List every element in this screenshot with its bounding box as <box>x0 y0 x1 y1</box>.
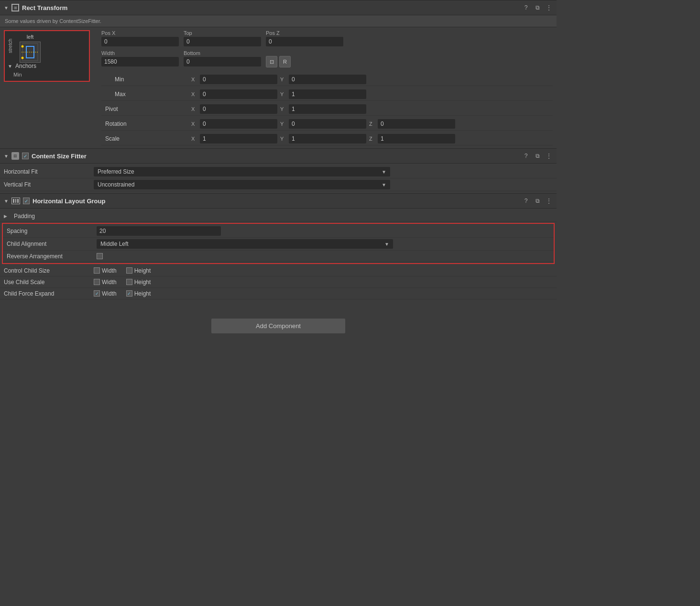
reverse-arrangement-checkbox[interactable] <box>97 253 103 259</box>
posz-label: Pos Z <box>266 30 343 36</box>
pivot-x-input[interactable] <box>200 104 277 114</box>
scale-x-input[interactable] <box>200 134 277 143</box>
rect-transform-help-icon[interactable]: ? <box>522 4 530 11</box>
hlg-title: Horizontal Layout Group <box>33 198 519 205</box>
hlg-enabled-checkbox[interactable] <box>23 198 30 204</box>
posx-label: Pos X <box>101 30 179 36</box>
horizontal-fit-row: Horizontal Fit Preferred Size ▼ <box>0 165 557 178</box>
csf-enabled-checkbox[interactable] <box>22 153 29 159</box>
hlg-help-icon[interactable]: ? <box>522 197 530 205</box>
child-alignment-row: Child Alignment Middle Left ▼ <box>3 238 554 251</box>
anchors-min-prop-row: Min X Y <box>101 73 553 86</box>
vertical-fit-dropdown-wrapper: Unconstrained ▼ <box>94 180 390 189</box>
ucs-height-checkbox[interactable] <box>126 279 132 285</box>
anchors-max-y-input[interactable] <box>289 89 366 99</box>
ucs-width-checkbox[interactable] <box>94 279 100 285</box>
hlg-bar-3 <box>17 199 19 203</box>
anchors-min-y-input[interactable] <box>289 75 366 84</box>
pivot-label: Pivot <box>105 106 191 112</box>
padding-arrow: ▶ <box>4 214 7 219</box>
hlg-menu-icon[interactable]: ⋮ <box>545 197 553 205</box>
svg-point-4 <box>22 57 24 59</box>
ccs-height-group: Height <box>126 267 151 274</box>
rt-grid: stretch left <box>4 30 553 145</box>
hlg-settings-icon[interactable]: ⧉ <box>534 197 541 205</box>
rotation-y-input[interactable] <box>289 119 366 129</box>
padding-label: Padding <box>14 213 100 220</box>
rotation-prop-row: Rotation X Y Z <box>101 118 553 131</box>
ucs-height-group: Height <box>126 279 151 286</box>
anchor-box[interactable] <box>20 42 41 63</box>
rt-right-column: Pos X Top Pos Z Width <box>101 30 553 145</box>
vertical-fit-dropdown[interactable]: Unconstrained ▼ <box>94 180 390 189</box>
horizontal-fit-value: Preferred Size <box>98 168 134 175</box>
bottom-group: Bottom <box>184 50 261 66</box>
pos-row: Pos X Top Pos Z <box>101 30 553 46</box>
max-x-label: X <box>191 91 197 97</box>
anchor-svg <box>21 43 40 62</box>
scale-z-input[interactable] <box>378 134 455 143</box>
posx-input[interactable] <box>101 37 179 46</box>
padding-row[interactable]: ▶ Padding <box>0 210 557 222</box>
csf-title: Content Size Fitter <box>32 153 519 160</box>
rect-transform-icon: ⊞ <box>11 4 19 11</box>
add-component-container: Add Component <box>0 301 557 351</box>
r-button[interactable]: R <box>279 56 291 67</box>
top-input[interactable] <box>184 37 261 46</box>
add-component-button[interactable]: Add Component <box>211 319 345 333</box>
rect-transform-collapse-arrow[interactable]: ▼ <box>4 5 9 10</box>
csf-help-icon[interactable]: ? <box>522 152 530 160</box>
hlg-collapse-arrow[interactable]: ▼ <box>4 198 9 203</box>
cfe-width-checkbox[interactable] <box>94 290 100 297</box>
posz-input[interactable] <box>266 37 343 46</box>
spacing-label: Spacing <box>7 228 93 234</box>
child-force-expand-values: Width Height <box>94 290 151 297</box>
vertical-fit-arrow: ▼ <box>382 182 386 187</box>
hlg-header-icons: ? ⧉ ⋮ <box>522 197 553 205</box>
cfe-height-checkbox[interactable] <box>126 290 132 297</box>
ccs-height-label: Height <box>134 267 151 274</box>
child-alignment-dropdown[interactable]: Middle Left ▼ <box>97 239 393 249</box>
cfe-width-label: Width <box>102 290 117 297</box>
posx-group: Pos X <box>101 30 179 46</box>
scale-y-input[interactable] <box>289 134 366 143</box>
anchors-min-x-input[interactable] <box>200 75 277 84</box>
rotation-x-input[interactable] <box>200 119 277 129</box>
pivot-values: X Y <box>191 104 549 114</box>
rot-z-label: Z <box>369 121 375 127</box>
pivot-y-input[interactable] <box>289 104 366 114</box>
horizontal-fit-dropdown-wrapper: Preferred Size ▼ <box>94 167 390 176</box>
child-alignment-label: Child Alignment <box>7 241 93 247</box>
rect-transform-settings-icon[interactable]: ⧉ <box>534 4 541 11</box>
cfe-width-group: Width <box>94 290 117 297</box>
use-child-scale-row: Use Child Scale Width Height <box>0 276 557 288</box>
csf-settings-icon[interactable]: ⧉ <box>534 152 541 160</box>
ccs-width-checkbox[interactable] <box>94 267 100 274</box>
rotation-z-input[interactable] <box>378 119 455 129</box>
top-label: Top <box>184 30 261 36</box>
horizontal-fit-dropdown[interactable]: Preferred Size ▼ <box>94 167 390 176</box>
anchors-max-prop-label: Max <box>105 91 191 98</box>
csf-collapse-arrow[interactable]: ▼ <box>4 154 9 158</box>
spacing-input[interactable] <box>97 226 221 236</box>
vertical-fit-row: Vertical Fit Unconstrained ▼ <box>0 178 557 191</box>
anchors-min-prop-label: Min <box>105 76 191 83</box>
reverse-arrangement-label: Reverse Arrangement <box>7 253 93 260</box>
anchors-min-row: Min <box>8 71 86 78</box>
min-x-label: X <box>191 77 197 82</box>
csf-menu-icon[interactable]: ⋮ <box>545 152 553 160</box>
control-child-size-values: Width Height <box>94 267 151 274</box>
use-child-scale-values: Width Height <box>94 279 151 286</box>
anchors-max-prop-row: Max X Y <box>101 88 553 101</box>
child-alignment-dropdown-wrapper: Middle Left ▼ <box>97 239 393 249</box>
width-input[interactable] <box>101 57 179 66</box>
rect-button[interactable]: ⊡ <box>266 56 277 67</box>
csf-icon: ⊞ <box>11 152 19 160</box>
rect-transform-body: stretch left <box>0 27 557 148</box>
anchors-max-x-input[interactable] <box>200 89 277 99</box>
anchors-collapse-arrow[interactable]: ▼ <box>8 64 12 68</box>
scale-prop-row: Scale X Y Z <box>101 132 553 145</box>
ccs-height-checkbox[interactable] <box>126 267 132 274</box>
bottom-input[interactable] <box>184 57 261 66</box>
rect-transform-menu-icon[interactable]: ⋮ <box>545 4 553 11</box>
